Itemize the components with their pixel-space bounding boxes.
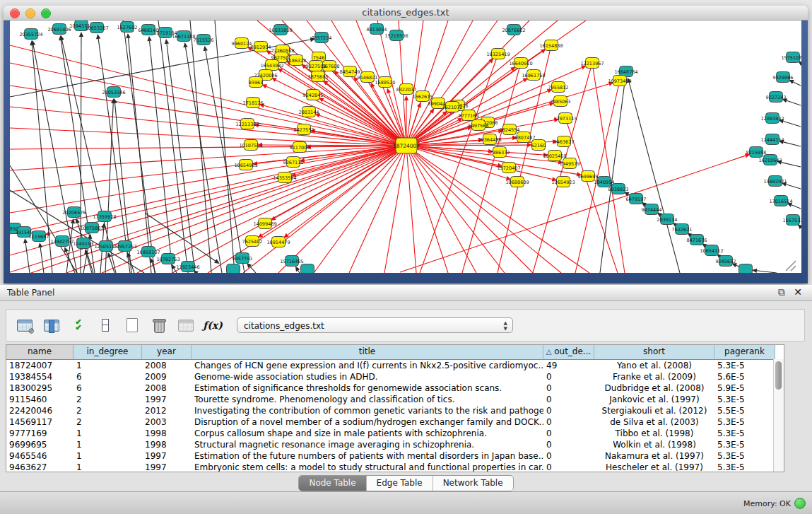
table-cell[interactable]: 5.3E-5 [714,360,775,371]
table-cell[interactable]: Nakamura et al. (1997) [594,450,714,462]
table-cell[interactable]: Franke et al. (2009) [594,371,714,382]
table-cell[interactable]: 6 [73,371,142,382]
float-window-icon[interactable]: ⧉ [778,286,785,298]
tab-node-table[interactable]: Node Table [299,476,366,491]
table-cell[interactable]: Disruption of a novel member of a sodium… [192,416,543,428]
table-cell[interactable]: 0 [543,382,594,394]
table-cell[interactable]: 49 [543,360,594,371]
table-body[interactable]: 1872400712008Changes of HCN gene express… [6,360,784,472]
table-cell[interactable]: Structural magnetic resonance image aver… [192,439,543,450]
table-cell[interactable]: 1997 [142,450,192,462]
table-row[interactable]: 946362711997Embryonic stem cells: a mode… [6,462,784,472]
table-cell[interactable]: 14569117 [6,416,73,428]
table-select-dropdown[interactable]: citations_edges.txt ▲▼ [237,317,513,333]
table-cell[interactable]: Estimation of significance thresholds fo… [192,382,543,394]
table-cell[interactable]: 9115460 [6,394,73,405]
table-cell[interactable]: 2003 [142,416,192,428]
table-cell[interactable]: Embryonic stem cells: a model to study s… [192,462,543,472]
table-cell[interactable]: 0 [543,405,594,416]
new-document-icon[interactable] [124,317,141,333]
table-cell[interactable]: 1 [73,462,142,472]
table-cell[interactable]: 1 [73,439,142,450]
table-cell[interactable]: 18724007 [6,360,73,371]
table-cell[interactable]: Corpus callosum shape and size in male p… [192,428,543,439]
column-header-out-de-[interactable]: △ out_de... [543,345,594,359]
table-cell[interactable]: Wolkin et al. (1998) [594,439,714,450]
function-builder-icon[interactable]: ƒ(x) [204,317,221,333]
close-panel-icon[interactable]: ✕ [794,286,802,298]
table-cell[interactable]: 0 [543,394,594,405]
table-row[interactable]: 969969511998Structural magnetic resonanc… [6,439,784,450]
vertical-scrollbar[interactable] [773,359,784,472]
table-cell[interactable]: 5.3E-5 [714,394,775,405]
network-window-titlebar[interactable]: citations_edges.txt [4,6,808,21]
table-cell[interactable]: Yano et al. (2008) [594,360,714,371]
table-cell[interactable]: 2008 [142,382,192,394]
tab-edge-table[interactable]: Edge Table [367,476,433,491]
tab-network-table[interactable]: Network Table [433,476,513,491]
table-cell[interactable]: 2 [73,405,142,416]
network-view[interactable]: 1872400720355724206914061094371910653287… [10,21,801,273]
stacked-cells-icon[interactable] [97,317,114,333]
table-row[interactable]: 1938455462009Genome-wide association stu… [6,371,784,382]
column-header-in-degree[interactable]: in_degree [73,345,142,359]
table-cell[interactable]: 2 [73,394,142,405]
table-cell[interactable]: 0 [543,428,594,439]
table-cell[interactable]: 0 [543,462,594,472]
table-cell[interactable]: 9463627 [6,462,73,472]
scrollbar-thumb[interactable] [775,361,782,390]
table-panel-header[interactable]: Table Panel ⧉ ✕ [0,285,812,301]
table-cell[interactable]: 2008 [142,360,192,371]
table-header-row[interactable]: namein_degreeyeartitle△ out_de...shortpa… [6,345,784,360]
table-row[interactable]: 2242004622012Investigating the contribut… [6,405,784,416]
table-cell[interactable]: Tibbo et al. (1998) [594,428,714,439]
table-cell[interactable]: 1 [73,428,142,439]
memory-status-icon[interactable] [794,498,806,509]
table-cell[interactable]: 5.9E-5 [714,382,775,394]
table-cell[interactable]: 5.3E-5 [714,428,775,439]
table-cell[interactable]: 2012 [142,405,192,416]
table-cell[interactable]: 0 [543,450,594,462]
table-cell[interactable]: 1 [73,360,142,371]
network-graph-canvas[interactable]: 1872400720355724206914061094371910653287… [10,21,801,273]
table-cell[interactable]: 19384554 [6,371,73,382]
table-cell[interactable]: 0 [543,439,594,450]
table-cell[interactable]: 0 [543,371,594,382]
column-header-pagerank[interactable]: pagerank [714,345,775,359]
column-header-title[interactable]: title [192,345,543,359]
table-row[interactable]: 1456911722003Disruption of a novel membe… [6,416,784,428]
table-cell[interactable]: 1 [73,450,142,462]
table-cell[interactable]: 2009 [142,371,192,382]
table-cell[interactable]: 9465546 [6,450,73,462]
table-cell[interactable]: Dudbridge et al. (2008) [594,382,714,394]
graph-node[interactable] [739,264,753,274]
table-cell[interactable]: 5.5E-5 [714,405,775,416]
table-cell[interactable]: 0 [543,416,594,428]
column-chooser-icon[interactable] [43,317,60,333]
table-cell[interactable]: Stergiakouli et al. (2012) [594,405,714,416]
table-cell[interactable]: 9699695 [6,439,73,450]
table-cell[interactable]: de Silva et al. (2003) [594,416,714,428]
table-cell[interactable]: 1997 [142,394,192,405]
table-cell[interactable]: Estimation of the future numbers of pati… [192,450,543,462]
table-row[interactable]: 1830029562008Estimation of significance … [6,382,784,394]
table-cell[interactable]: Tourette syndrome. Phenomenology and cla… [192,394,543,405]
table-settings-icon[interactable]: ⚙ [16,317,33,333]
table-row[interactable]: 977716911998Corpus callosum shape and si… [6,428,784,439]
table-cell[interactable]: Changes of HCN gene expression and I(f) … [192,360,543,371]
table-cell[interactable]: Hescheler et al. (1997) [594,462,714,472]
table-row[interactable]: 1872400712008Changes of HCN gene express… [6,360,784,371]
table-cell[interactable]: 6 [73,382,142,394]
table-cell[interactable]: 1998 [142,439,192,450]
table-cell[interactable]: 22420046 [6,405,73,416]
table-cell[interactable]: 1998 [142,428,192,439]
trash-icon[interactable] [151,317,167,333]
table-cell[interactable]: 5.3E-5 [714,450,775,462]
table-cell[interactable]: 9777169 [6,428,73,439]
row-checks-icon[interactable]: ✔✔ [70,317,87,333]
graph-node[interactable] [301,264,314,274]
table-cell[interactable]: 5.6E-5 [714,371,775,382]
table-row[interactable]: 946554611997Estimation of the future num… [6,450,784,462]
graph-node[interactable] [227,264,240,274]
table-cell[interactable]: 18300295 [6,382,73,394]
